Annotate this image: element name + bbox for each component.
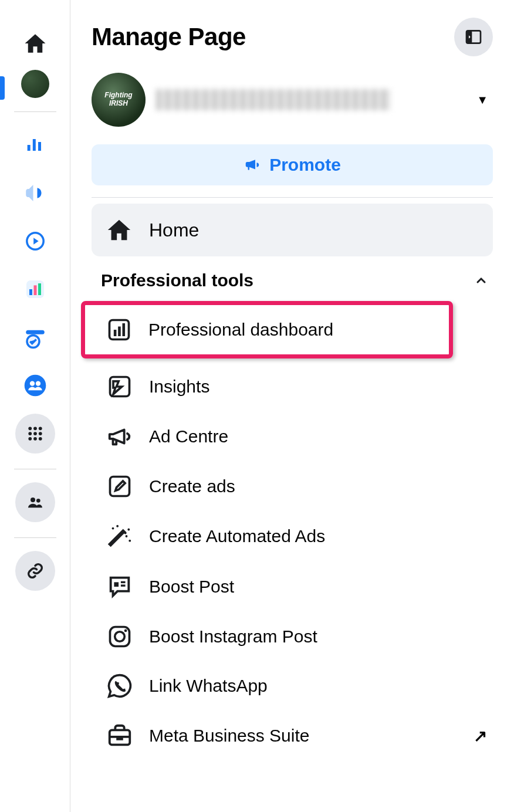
- page-selector-row[interactable]: ▼: [92, 73, 493, 127]
- item-label: Boost Instagram Post: [149, 627, 317, 647]
- professional-dashboard-item[interactable]: Professional dashboard: [85, 305, 449, 354]
- promote-label: Promote: [269, 155, 341, 175]
- svg-point-33: [126, 535, 128, 537]
- chevron-up-icon: [474, 273, 488, 287]
- item-label: Link WhatsApp: [149, 676, 268, 696]
- chevron-down-icon: ▼: [476, 93, 488, 107]
- page-name-redacted: [156, 89, 391, 110]
- svg-point-31: [116, 525, 119, 527]
- page-avatar-small[interactable]: [21, 70, 49, 98]
- page-avatar: [92, 73, 146, 127]
- svg-rect-35: [114, 582, 119, 587]
- svg-point-8: [24, 375, 46, 397]
- svg-rect-26: [118, 327, 121, 337]
- page-title: Manage Page: [92, 23, 246, 51]
- svg-point-18: [33, 437, 37, 441]
- svg-point-40: [124, 630, 127, 632]
- svg-point-17: [28, 437, 32, 441]
- dashboard-icon: [106, 317, 132, 343]
- home-icon: [106, 216, 133, 243]
- svg-rect-29: [110, 477, 130, 496]
- groups-icon[interactable]: [15, 366, 55, 405]
- insights-bar-icon[interactable]: [15, 125, 55, 165]
- rail-divider: [14, 469, 56, 469]
- active-page-indicator: [0, 76, 5, 100]
- ad-center-icon[interactable]: [15, 221, 55, 261]
- home-label: Home: [149, 219, 199, 241]
- svg-point-9: [29, 381, 34, 386]
- svg-point-30: [112, 527, 114, 530]
- item-label: Meta Business Suite: [149, 726, 309, 746]
- instagram-icon: [107, 624, 133, 649]
- manage-page-panel: Manage Page ▼ Promote Home Professional …: [70, 0, 514, 812]
- item-label: Create ads: [149, 476, 235, 496]
- home-icon[interactable]: [15, 23, 55, 63]
- item-label: Insights: [149, 377, 209, 397]
- meta-business-suite-item[interactable]: Meta Business Suite: [92, 710, 323, 761]
- svg-point-14: [28, 432, 32, 435]
- promote-button[interactable]: Promote: [92, 144, 493, 185]
- svg-point-21: [36, 499, 40, 503]
- svg-point-34: [128, 540, 131, 542]
- groups-people-icon[interactable]: [15, 482, 55, 522]
- svg-point-32: [127, 529, 130, 531]
- svg-point-39: [115, 632, 125, 642]
- collapse-panel-button[interactable]: [454, 18, 493, 56]
- svg-point-13: [38, 427, 42, 430]
- item-label: Create Automated Ads: [149, 526, 325, 546]
- svg-rect-4: [38, 283, 41, 295]
- insights-item[interactable]: Insights: [92, 362, 493, 411]
- item-label: Professional dashboard: [148, 320, 333, 340]
- meta-suite-icon[interactable]: [15, 317, 55, 357]
- divider: [92, 197, 493, 198]
- item-label: Ad Centre: [149, 427, 228, 446]
- rail-divider: [14, 111, 56, 112]
- svg-rect-5: [26, 330, 45, 334]
- svg-rect-27: [123, 323, 126, 336]
- create-automated-ads-item[interactable]: Create Automated Ads: [92, 511, 493, 561]
- highlighted-item: Professional dashboard: [81, 301, 453, 358]
- pencil-icon: [107, 473, 133, 499]
- item-label: Boost Post: [149, 577, 234, 597]
- megaphone-icon: [244, 156, 261, 174]
- magic-wand-icon: [106, 523, 133, 550]
- professional-tools-header[interactable]: Professional tools: [92, 256, 493, 301]
- megaphone-icon: [106, 423, 133, 450]
- boost-post-icon: [106, 573, 133, 600]
- boost-instagram-item[interactable]: Boost Instagram Post: [92, 612, 493, 661]
- svg-rect-3: [33, 285, 36, 295]
- create-ads-item[interactable]: Create ads: [92, 462, 493, 511]
- svg-point-16: [38, 432, 42, 435]
- external-link-icon: ↗: [474, 726, 487, 746]
- home-nav-item[interactable]: Home: [92, 204, 493, 256]
- briefcase-icon: [106, 722, 133, 749]
- whatsapp-icon: [107, 673, 133, 699]
- left-rail-nav: [0, 0, 70, 812]
- svg-point-10: [35, 381, 40, 386]
- link-icon[interactable]: [15, 551, 55, 591]
- svg-rect-25: [114, 330, 117, 336]
- svg-point-19: [38, 437, 42, 441]
- svg-point-15: [33, 432, 37, 435]
- section-title: Professional tools: [101, 270, 253, 290]
- insights-icon: [107, 374, 133, 400]
- megaphone-icon[interactable]: [15, 173, 55, 213]
- menu-grid-icon[interactable]: [15, 414, 55, 454]
- svg-point-20: [31, 498, 35, 502]
- insights-colored-icon[interactable]: [15, 269, 55, 309]
- boost-post-item[interactable]: Boost Post: [92, 561, 493, 612]
- svg-point-12: [33, 427, 37, 430]
- link-whatsapp-item[interactable]: Link WhatsApp: [92, 661, 493, 710]
- rail-divider: [14, 537, 56, 538]
- svg-rect-2: [29, 289, 32, 295]
- ad-centre-item[interactable]: Ad Centre: [92, 411, 493, 462]
- svg-point-11: [28, 427, 32, 430]
